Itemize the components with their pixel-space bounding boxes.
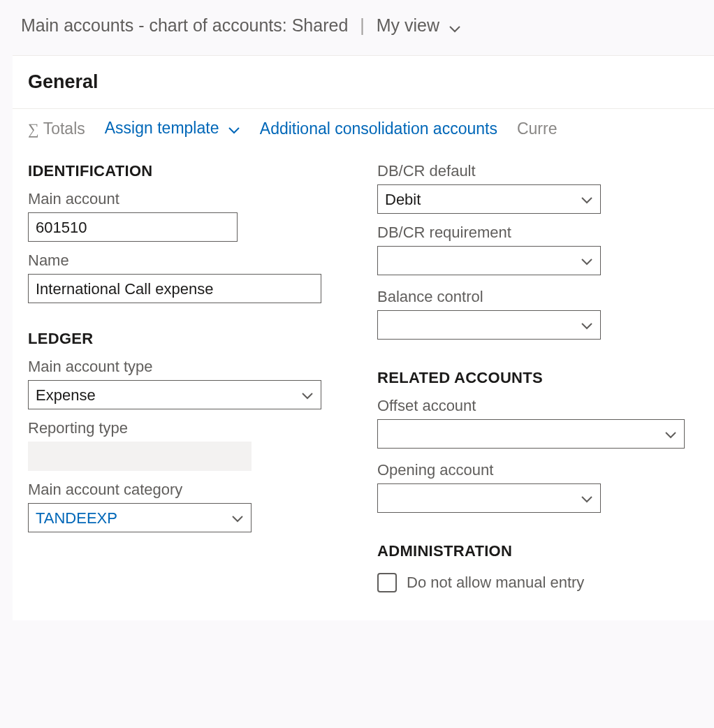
chevron-down-icon — [581, 486, 593, 510]
section-identification: IDENTIFICATION — [28, 162, 328, 180]
name-label: Name — [28, 252, 328, 270]
chevron-down-icon — [664, 422, 677, 446]
name-input[interactable]: International Call expense — [28, 274, 321, 303]
section-ledger: LEDGER — [28, 330, 328, 348]
chevron-down-icon — [231, 506, 244, 530]
dbcr-default-value: Debit — [385, 191, 421, 208]
general-panel: General ∑Totals Assign template Addition… — [13, 55, 714, 620]
main-account-category-select[interactable]: TANDEEXP — [28, 503, 252, 532]
do-not-allow-manual-checkbox[interactable] — [377, 573, 397, 592]
section-related-accounts: RELATED ACCOUNTS — [377, 369, 692, 387]
right-column: DB/CR default Debit DB/CR requirement — [377, 156, 692, 592]
opening-account-label: Opening account — [377, 461, 692, 479]
offset-account-label: Offset account — [377, 397, 692, 415]
chevron-down-icon — [581, 313, 593, 337]
totals-label: Totals — [43, 119, 85, 138]
reporting-type-input-disabled — [28, 442, 252, 471]
panel-title: General — [13, 56, 714, 109]
additional-consolidation-label: Additional consolidation accounts — [260, 119, 497, 138]
assign-template-action[interactable]: Assign template — [105, 119, 240, 138]
main-account-label: Main account — [28, 190, 328, 208]
chevron-down-icon — [449, 17, 461, 37]
do-not-allow-manual-row: Do not allow manual entry — [377, 573, 692, 592]
sigma-icon: ∑ — [28, 120, 39, 138]
main-account-input[interactable]: 601510 — [28, 212, 238, 242]
chevron-down-icon — [581, 249, 593, 272]
breadcrumb-title: Main accounts - chart of accounts: Share… — [21, 15, 348, 35]
balance-control-label: Balance control — [377, 288, 692, 306]
dbcr-default-label: DB/CR default — [377, 162, 692, 180]
currency-label-truncated: Curre — [517, 119, 558, 138]
main-account-type-value: Expense — [36, 386, 96, 404]
chevron-down-icon — [228, 119, 240, 138]
panel-toolbar: ∑Totals Assign template Additional conso… — [13, 109, 714, 145]
main-account-type-label: Main account type — [28, 358, 328, 376]
additional-consolidation-action[interactable]: Additional consolidation accounts — [260, 119, 497, 138]
reporting-type-label: Reporting type — [28, 419, 328, 437]
section-administration: ADMINISTRATION — [377, 542, 692, 560]
balance-control-select[interactable] — [377, 310, 601, 340]
dbcr-requirement-label: DB/CR requirement — [377, 224, 692, 242]
left-column: IDENTIFICATION Main account 601510 Name … — [28, 156, 328, 592]
view-selector-label: My view — [377, 15, 439, 35]
main-account-type-select[interactable]: Expense — [28, 380, 321, 409]
form-grid: IDENTIFICATION Main account 601510 Name … — [13, 145, 714, 620]
main-account-category-value: TANDEEXP — [36, 509, 117, 527]
offset-account-select[interactable] — [377, 419, 685, 449]
page-header: Main accounts - chart of accounts: Share… — [0, 0, 714, 55]
totals-action[interactable]: ∑Totals — [28, 119, 85, 138]
dbcr-requirement-select[interactable] — [377, 246, 601, 275]
dbcr-default-select[interactable]: Debit — [377, 184, 601, 214]
do-not-allow-manual-label: Do not allow manual entry — [407, 574, 584, 592]
currency-action-truncated[interactable]: Curre — [517, 119, 558, 138]
opening-account-select[interactable] — [377, 483, 601, 513]
chevron-down-icon — [301, 383, 314, 407]
breadcrumb-separator: | — [360, 15, 365, 35]
main-account-category-label: Main account category — [28, 481, 328, 499]
assign-template-label: Assign template — [105, 119, 219, 137]
view-selector[interactable]: My view — [377, 15, 461, 35]
chevron-down-icon — [581, 187, 593, 211]
